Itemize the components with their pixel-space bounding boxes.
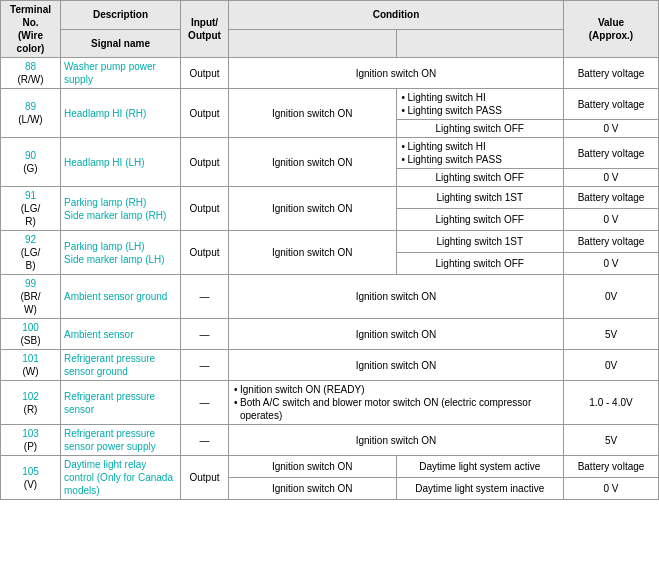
cond-105-right-b: Daytime light system inactive	[396, 478, 564, 500]
table-row: 99 (BR/W) Ambient sensor ground — Igniti…	[1, 275, 659, 319]
terminal-99: 99 (BR/W)	[1, 275, 61, 319]
cond-90-left: Ignition switch ON	[229, 138, 397, 187]
value-90-top: Battery voltage	[564, 138, 659, 169]
io-105: Output	[181, 456, 229, 500]
value-99: 0V	[564, 275, 659, 319]
cond-92-right-b: Lighting switch OFF	[396, 253, 564, 275]
signal-daytime: Daytime light relay control (Only for Ca…	[61, 456, 181, 500]
cond-99: Ignition switch ON	[229, 275, 564, 319]
cond-100: Ignition switch ON	[229, 319, 564, 350]
table-row: 89 (L/W) Headlamp HI (RH) Output Ignitio…	[1, 89, 659, 120]
io-89: Output	[181, 89, 229, 138]
value-103: 5V	[564, 425, 659, 456]
io-101: —	[181, 350, 229, 381]
cond-92-right-a: Lighting switch 1ST	[396, 231, 564, 253]
cond-92-left: Ignition switch ON	[229, 231, 397, 275]
table-row: 88 (R/W) Washer pump power supply Output…	[1, 58, 659, 89]
signal-washer-pump: Washer pump power supply	[61, 58, 181, 89]
cond-105-left-a: Ignition switch ON	[229, 456, 397, 478]
cond-91-left: Ignition switch ON	[229, 187, 397, 231]
header-cond-right	[396, 29, 564, 58]
cond-90-right-top: Lighting switch HI Lighting switch PASS	[396, 138, 564, 169]
header-condition: Condition	[229, 1, 564, 30]
terminal-103: 103 (P)	[1, 425, 61, 456]
cond-90-right-bot: Lighting switch OFF	[396, 169, 564, 187]
terminal-105: 105 (V)	[1, 456, 61, 500]
terminal-89: 89 (L/W)	[1, 89, 61, 138]
signal-parking-92: Parking lamp (LH)Side marker lamp (LH)	[61, 231, 181, 275]
value-88: Battery voltage	[564, 58, 659, 89]
signal-refrig-gnd: Refrigerant pressure sensor ground	[61, 350, 181, 381]
signal-parking-91: Parking lamp (RH)Side marker lamp (RH)	[61, 187, 181, 231]
table-row: 92 (LG/B) Parking lamp (LH)Side marker l…	[1, 231, 659, 253]
value-100: 5V	[564, 319, 659, 350]
cond-88: Ignition switch ON	[229, 58, 564, 89]
io-92: Output	[181, 231, 229, 275]
io-99: —	[181, 275, 229, 319]
table-row: 103 (P) Refrigerant pressure sensor powe…	[1, 425, 659, 456]
signal-headlamp-hi-lh: Headlamp HI (LH)	[61, 138, 181, 187]
header-io: Input/ Output	[181, 1, 229, 58]
signal-headlamp-hi-rh: Headlamp HI (RH)	[61, 89, 181, 138]
terminal-88: 88 (R/W)	[1, 58, 61, 89]
terminal-102: 102 (R)	[1, 381, 61, 425]
header-description: Description	[61, 1, 181, 30]
value-89-top: Battery voltage	[564, 89, 659, 120]
signal-refrig-sensor: Refrigerant pressure sensor	[61, 381, 181, 425]
value-105-b: 0 V	[564, 478, 659, 500]
value-92-b: 0 V	[564, 253, 659, 275]
header-cond-left	[229, 29, 397, 58]
io-103: —	[181, 425, 229, 456]
cond-91-right-a: Lighting switch 1ST	[396, 187, 564, 209]
table-row: 91 (LG/R) Parking lamp (RH)Side marker l…	[1, 187, 659, 209]
value-90-bot: 0 V	[564, 169, 659, 187]
signal-refrig-power: Refrigerant pressure sensor power supply	[61, 425, 181, 456]
cond-101: Ignition switch ON	[229, 350, 564, 381]
io-102: —	[181, 381, 229, 425]
cond-103: Ignition switch ON	[229, 425, 564, 456]
value-91-b: 0 V	[564, 209, 659, 231]
value-91-a: Battery voltage	[564, 187, 659, 209]
cond-89-right-top: Lighting switch HI Lighting switch PASS	[396, 89, 564, 120]
table-row: 105 (V) Daytime light relay control (Onl…	[1, 456, 659, 478]
header-value: Value (Approx.)	[564, 1, 659, 58]
value-102: 1.0 - 4.0V	[564, 381, 659, 425]
table-row: 102 (R) Refrigerant pressure sensor — Ig…	[1, 381, 659, 425]
table-row: 101 (W) Refrigerant pressure sensor grou…	[1, 350, 659, 381]
table-row: 100 (SB) Ambient sensor — Ignition switc…	[1, 319, 659, 350]
io-90: Output	[181, 138, 229, 187]
cond-89-right-bot: Lighting switch OFF	[396, 120, 564, 138]
io-100: —	[181, 319, 229, 350]
terminal-90: 90 (G)	[1, 138, 61, 187]
terminal-100: 100 (SB)	[1, 319, 61, 350]
header-signal-name: Signal name	[61, 29, 181, 58]
cond-89-left: Ignition switch ON	[229, 89, 397, 138]
io-88: Output	[181, 58, 229, 89]
value-101: 0V	[564, 350, 659, 381]
terminal-91: 91 (LG/R)	[1, 187, 61, 231]
signal-ambient-gnd: Ambient sensor ground	[61, 275, 181, 319]
header-terminal-no: Terminal No. (Wire color)	[1, 1, 61, 58]
table-row: 90 (G) Headlamp HI (LH) Output Ignition …	[1, 138, 659, 169]
cond-91-right-b: Lighting switch OFF	[396, 209, 564, 231]
terminal-101: 101 (W)	[1, 350, 61, 381]
value-89-bot: 0 V	[564, 120, 659, 138]
value-105-a: Battery voltage	[564, 456, 659, 478]
io-91: Output	[181, 187, 229, 231]
terminal-92: 92 (LG/B)	[1, 231, 61, 275]
cond-105-left-b: Ignition switch ON	[229, 478, 397, 500]
value-92-a: Battery voltage	[564, 231, 659, 253]
cond-102: Ignition switch ON (READY) Both A/C swit…	[229, 381, 564, 425]
signal-ambient: Ambient sensor	[61, 319, 181, 350]
cond-105-right-a: Daytime light system active	[396, 456, 564, 478]
